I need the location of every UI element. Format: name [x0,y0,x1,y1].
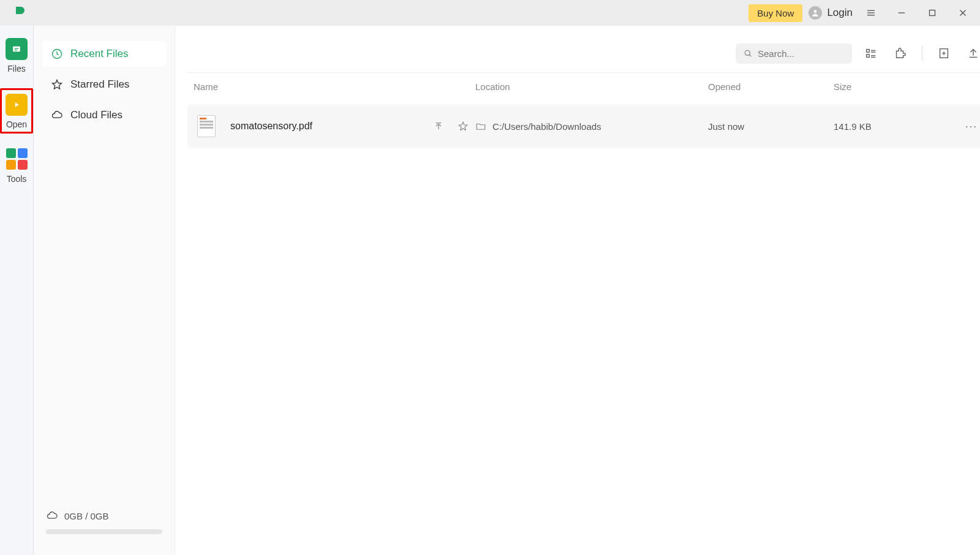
maximize-button[interactable] [920,1,944,25]
svg-line-17 [749,55,751,56]
file-location: C:/Users/habib/Downloads [475,121,708,132]
sidebar-item-starred[interactable]: Starred Files [42,71,166,98]
file-name: somatosensory.pdf [230,121,426,132]
list-view-button[interactable] [861,43,881,64]
th-size: Size [834,81,959,92]
rail-label-files: Files [7,64,26,74]
body: Files Open Tools Recent Files Starred Fi… [0,26,980,555]
new-file-button[interactable] [933,43,954,64]
more-actions-button[interactable]: ⋯ [959,119,980,134]
star-icon [51,78,63,91]
svg-rect-7 [930,10,935,16]
app-logo-icon [11,4,28,21]
search-icon [743,48,753,58]
rail-label-tools: Tools [7,174,27,184]
sidebar-label-starred: Starred Files [70,78,129,91]
rail-item-files[interactable]: Files [6,38,28,74]
new-tab-button[interactable] [58,6,72,20]
sidebar-item-recent[interactable]: Recent Files [42,40,166,67]
sidebar-list: Recent Files Starred Files Cloud Files [42,40,166,129]
open-icon [6,94,28,116]
toolbar-divider [922,46,922,61]
file-opened: Just now [708,121,834,132]
search-box[interactable] [736,43,852,64]
svg-point-2 [814,10,817,13]
svg-rect-19 [867,55,870,58]
svg-marker-29 [459,122,467,130]
hamburger-menu-button[interactable] [859,1,883,25]
storage-bar [46,529,162,534]
folder-icon [475,121,486,132]
table-header: Name Location Opened Size [187,73,980,100]
main: Name Location Opened Size somatosensory.… [175,26,980,555]
cloud-icon [51,109,63,121]
minimize-button[interactable] [889,1,914,25]
clock-icon [51,48,63,60]
rail-item-tools[interactable]: Tools [6,148,28,184]
rail-item-open[interactable]: Open [0,88,33,134]
plugins-button[interactable] [890,43,911,64]
file-size: 141.9 KB [834,121,959,132]
location-text: C:/Users/habib/Downloads [492,121,601,132]
topbar [187,43,980,72]
table-row[interactable]: somatosensory.pdf C:/Users/habib/Downloa… [187,104,980,148]
svg-rect-10 [13,47,20,51]
sidebar-label-recent: Recent Files [70,48,128,60]
storage-footer: 0GB / 0GB [42,505,166,527]
file-thumbnail-icon [197,115,216,137]
tools-icon [6,148,28,170]
storage-text: 0GB / 0GB [64,511,109,521]
titlebar: Buy Now Login [0,0,980,26]
sidebar-label-cloud: Cloud Files [70,109,123,121]
sidebar: Recent Files Starred Files Cloud Files 0… [34,26,175,555]
login-button[interactable]: Login [809,6,853,20]
upload-button[interactable] [963,43,980,64]
svg-marker-13 [15,102,19,107]
svg-marker-15 [53,80,62,89]
svg-rect-18 [867,50,870,53]
avatar-icon [809,6,822,20]
rail-label-open: Open [6,119,27,129]
left-rail: Files Open Tools [0,26,34,555]
th-location: Location [475,81,708,92]
buy-now-button[interactable]: Buy Now [748,4,802,22]
login-label: Login [827,7,853,19]
svg-point-16 [745,50,750,55]
cloud-small-icon [46,510,58,522]
star-button[interactable] [451,121,475,132]
search-input[interactable] [758,48,843,59]
file-table: Name Location Opened Size somatosensory.… [187,72,980,148]
titlebar-right: Buy Now Login [748,1,975,25]
files-icon [6,38,28,60]
titlebar-left [5,4,72,21]
th-name: Name [194,81,475,92]
close-button[interactable] [951,1,975,25]
sidebar-item-cloud[interactable]: Cloud Files [42,102,166,129]
pin-button[interactable] [426,121,451,132]
th-opened: Opened [708,81,834,92]
